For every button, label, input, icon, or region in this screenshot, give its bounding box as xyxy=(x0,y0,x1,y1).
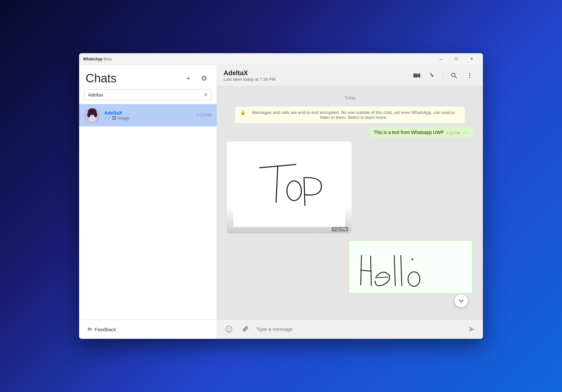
avatar-svg xyxy=(84,107,100,123)
svg-point-29 xyxy=(226,326,232,332)
send-icon xyxy=(468,326,475,333)
video-call-button[interactable] xyxy=(410,69,423,82)
handwriting-canvas xyxy=(349,241,472,293)
messages-area[interactable]: Today 🔒 Messages and calls are end-to-en… xyxy=(217,86,483,319)
input-bar xyxy=(217,319,483,339)
phone-icon xyxy=(429,72,436,79)
svg-point-12 xyxy=(452,73,455,76)
sent-message: This is a test from Whatsapp UWP 7:22 PM… xyxy=(370,127,473,138)
send-button[interactable] xyxy=(466,323,478,335)
search-bar: ✕ xyxy=(84,89,211,100)
emoji-button[interactable] xyxy=(222,323,235,336)
svg-line-13 xyxy=(455,76,457,78)
svg-line-18 xyxy=(276,166,278,202)
image-canvas: 7:22 PM xyxy=(227,142,352,233)
date-label: Today xyxy=(227,95,473,100)
app-window: WhatsApp Beta — ☐ ✕ Chats + ⚙ ✕ xyxy=(79,53,483,339)
video-icon xyxy=(413,73,421,78)
call-button[interactable] xyxy=(426,69,439,82)
header-actions: + ⚙ xyxy=(183,73,210,84)
svg-point-14 xyxy=(469,73,470,74)
right-panel: AdeltaX Last seen today at 7:34 PM xyxy=(217,65,483,339)
encryption-text: Messages and calls are end-to-end encryp… xyxy=(248,110,460,120)
chat-header-name: AdeltaX xyxy=(224,69,406,77)
svg-point-27 xyxy=(408,272,420,286)
attach-button[interactable] xyxy=(239,323,252,336)
chevron-down-icon xyxy=(458,298,464,304)
avatar-image xyxy=(84,107,100,123)
hello-svg xyxy=(352,242,470,292)
encryption-notice: 🔒 Messages and calls are end-to-end encr… xyxy=(235,107,465,123)
svg-point-9 xyxy=(94,114,94,115)
feedback-label: Feedback xyxy=(95,327,116,332)
feedback-bar: ✉ Feedback xyxy=(79,319,217,339)
svg-line-25 xyxy=(394,255,395,286)
more-options-button[interactable] xyxy=(463,69,476,82)
chat-list-item[interactable]: AdeltaX ✓✓ 🖼 Image 7:23 PM xyxy=(79,104,217,126)
search-button[interactable] xyxy=(447,69,461,82)
svg-point-5 xyxy=(94,112,97,117)
svg-marker-11 xyxy=(418,73,420,78)
svg-point-16 xyxy=(469,77,470,78)
svg-point-30 xyxy=(227,328,228,329)
title-bar: WhatsApp Beta — ☐ ✕ xyxy=(79,53,483,65)
chat-header: AdeltaX Last seen today at 7:34 PM xyxy=(217,65,483,86)
svg-line-22 xyxy=(361,270,371,271)
chat-header-status: Last seen today at 7:34 PM xyxy=(224,77,406,82)
svg-marker-32 xyxy=(469,327,474,332)
svg-point-28 xyxy=(412,259,413,260)
svg-point-2 xyxy=(88,117,96,122)
main-content: Chats + ⚙ ✕ xyxy=(79,65,483,339)
received-image-message-2 xyxy=(348,240,473,294)
svg-line-20 xyxy=(304,178,305,206)
search-clear-button[interactable]: ✕ xyxy=(204,92,208,98)
new-chat-button[interactable]: + xyxy=(183,73,194,84)
svg-line-26 xyxy=(401,255,402,286)
window-controls: — ☐ ✕ xyxy=(434,53,479,65)
more-icon xyxy=(466,72,473,79)
svg-point-8 xyxy=(91,114,92,115)
settings-button[interactable]: ⚙ xyxy=(198,73,210,84)
chat-time: 7:23 PM xyxy=(197,113,211,118)
chat-preview: ✓✓ 🖼 Image xyxy=(104,116,193,120)
app-title: WhatsApp Beta xyxy=(83,57,434,61)
chat-header-actions xyxy=(410,69,476,82)
chats-title: Chats xyxy=(86,72,117,85)
lock-icon: 🔒 xyxy=(240,110,246,115)
svg-point-31 xyxy=(229,328,230,329)
scroll-to-bottom-button[interactable] xyxy=(455,294,468,307)
search-input[interactable] xyxy=(88,92,204,98)
message-input[interactable] xyxy=(256,326,462,332)
left-header: Chats + ⚙ xyxy=(79,65,217,89)
search-icon xyxy=(451,73,457,78)
header-divider xyxy=(443,72,443,79)
chat-name: AdeltaX xyxy=(104,110,193,116)
read-check-icon: ✓✓ xyxy=(463,130,469,135)
avatar xyxy=(84,107,100,123)
minimize-button[interactable]: — xyxy=(434,53,449,65)
chat-info: AdeltaX ✓✓ 🖼 Image xyxy=(104,110,193,120)
received-image-message: 7:22 PM xyxy=(227,142,352,233)
maximize-button[interactable]: ☐ xyxy=(449,53,464,65)
image-time-overlay: 7:22 PM xyxy=(332,227,348,231)
svg-point-19 xyxy=(287,181,301,201)
drawing-svg xyxy=(233,148,345,227)
feedback-icon: ✉ xyxy=(88,326,92,332)
left-panel: Chats + ⚙ ✕ xyxy=(79,65,217,339)
feedback-button[interactable]: ✉ Feedback xyxy=(84,324,119,334)
svg-rect-10 xyxy=(413,74,418,77)
message-time: 7:22 PM xyxy=(446,131,460,135)
svg-line-24 xyxy=(375,277,388,278)
chat-header-info: AdeltaX Last seen today at 7:34 PM xyxy=(224,69,406,82)
close-button[interactable]: ✕ xyxy=(464,53,479,65)
emoji-icon xyxy=(225,326,232,333)
svg-point-4 xyxy=(87,112,91,117)
svg-point-15 xyxy=(469,75,470,76)
chat-list: AdeltaX ✓✓ 🖼 Image 7:23 PM xyxy=(79,104,217,319)
svg-line-23 xyxy=(371,256,371,286)
message-text: This is a test from Whatsapp UWP xyxy=(374,130,444,135)
paperclip-icon xyxy=(243,326,249,333)
